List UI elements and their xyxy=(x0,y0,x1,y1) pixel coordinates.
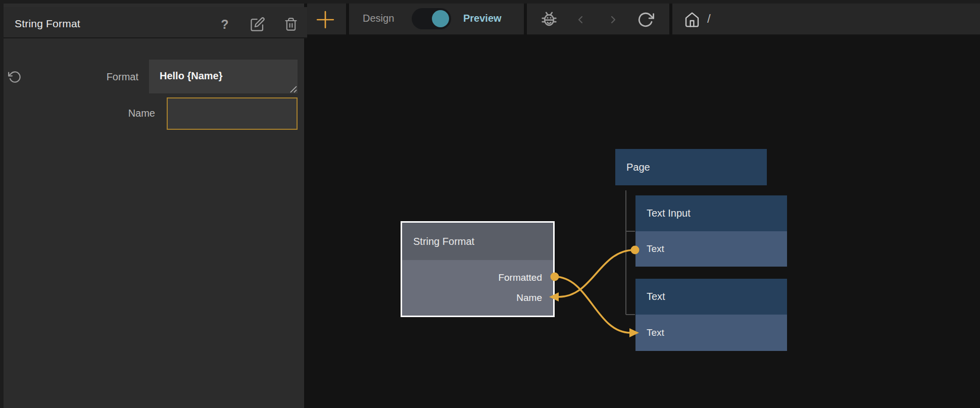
nav-back-button[interactable] xyxy=(574,12,587,27)
app-window: String Format ? xyxy=(0,0,980,408)
home-icon xyxy=(684,12,700,28)
reset-icon xyxy=(8,70,22,84)
port-row-text-output[interactable]: Text xyxy=(635,231,787,267)
port-name-input[interactable]: Name xyxy=(516,292,542,303)
design-preview-toggle[interactable] xyxy=(412,8,451,29)
name-property-label: Name xyxy=(54,108,155,119)
node-title: Text Input xyxy=(647,208,691,219)
chevron-right-icon xyxy=(607,13,619,27)
node-title: Text xyxy=(647,291,665,302)
node-title: Page xyxy=(626,162,650,173)
node-text-input[interactable]: Text Input Text xyxy=(635,195,787,267)
refresh-icon xyxy=(637,11,654,28)
format-value-textarea[interactable]: Hello {Name} xyxy=(149,60,298,93)
reset-property-button[interactable] xyxy=(8,70,22,84)
help-icon: ? xyxy=(221,17,228,32)
trash-button[interactable] xyxy=(283,15,299,33)
help-button[interactable]: ? xyxy=(218,15,232,33)
port-label: Text xyxy=(647,243,664,254)
node-text[interactable]: Text Text xyxy=(635,279,787,351)
node-title: String Format xyxy=(413,236,474,247)
name-value-input[interactable] xyxy=(167,97,298,130)
add-node-button[interactable] xyxy=(315,10,335,30)
home-button[interactable] xyxy=(683,11,701,29)
plus-icon xyxy=(316,10,335,29)
toolbar-breadcrumb-section xyxy=(672,4,980,35)
node-page[interactable]: Page xyxy=(615,149,767,185)
port-formatted-output[interactable]: Formatted xyxy=(498,272,542,283)
port-label: Text xyxy=(647,327,664,338)
debug-button[interactable] xyxy=(538,9,560,30)
design-mode-label[interactable]: Design xyxy=(363,13,394,24)
panel-header: String Format ? xyxy=(4,7,308,38)
breadcrumb-root[interactable]: / xyxy=(707,12,711,26)
bug-icon xyxy=(539,10,559,30)
nav-forward-button[interactable] xyxy=(607,12,620,27)
panel-title: String Format xyxy=(15,18,80,30)
trash-icon xyxy=(284,17,298,32)
node-string-format-selected[interactable]: String Format Formatted Name xyxy=(401,221,555,317)
window-top-strip xyxy=(0,0,980,4)
format-property-label: Format xyxy=(37,71,138,83)
property-panel: String Format ? xyxy=(0,4,304,408)
port-row-text-input[interactable]: Text xyxy=(635,315,787,351)
edit-button[interactable] xyxy=(250,15,266,33)
preview-mode-label[interactable]: Preview xyxy=(463,13,502,24)
edit-icon xyxy=(250,17,265,32)
toggle-knob xyxy=(432,10,449,27)
refresh-button[interactable] xyxy=(636,10,655,29)
chevron-left-icon xyxy=(574,13,586,27)
